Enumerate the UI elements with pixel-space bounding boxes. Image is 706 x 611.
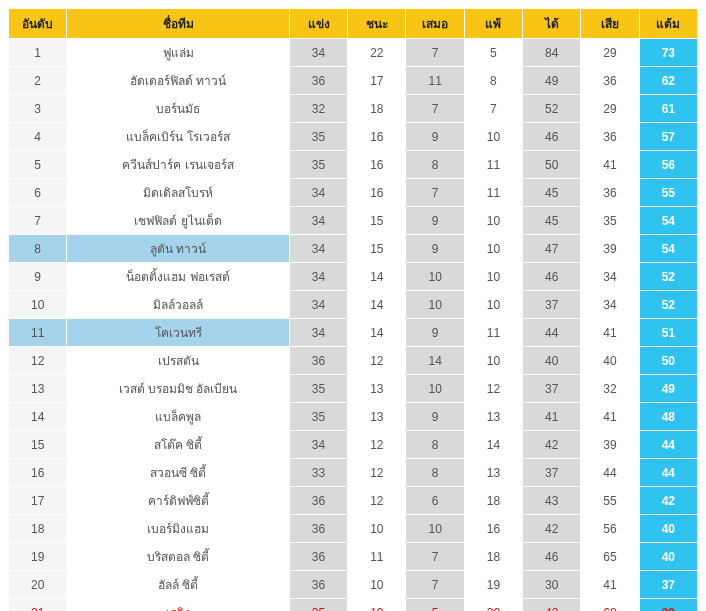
played-cell: 36 <box>289 67 347 95</box>
pts-cell: 54 <box>639 207 697 235</box>
table-row: 13เวสต์ บรอมมิช อัลเบียน35131012373249 <box>9 375 698 403</box>
lost-cell: 13 <box>464 459 522 487</box>
drawn-cell: 9 <box>406 319 464 347</box>
played-cell: 36 <box>289 515 347 543</box>
ga-cell: 36 <box>581 179 639 207</box>
drawn-cell: 5 <box>406 599 464 612</box>
rank-cell: 15 <box>9 431 67 459</box>
played-cell: 36 <box>289 543 347 571</box>
team-cell: โคเวนทรี <box>67 319 290 347</box>
drawn-cell: 6 <box>406 487 464 515</box>
drawn-cell: 7 <box>406 95 464 123</box>
lost-cell: 10 <box>464 123 522 151</box>
drawn-cell: 10 <box>406 515 464 543</box>
ga-cell: 41 <box>581 151 639 179</box>
gf-cell: 52 <box>523 95 581 123</box>
pts-cell: 73 <box>639 39 697 67</box>
gf-cell: 37 <box>523 459 581 487</box>
gf-cell: 42 <box>523 599 581 612</box>
drawn-cell: 7 <box>406 571 464 599</box>
rank-cell: 1 <box>9 39 67 67</box>
rank-cell: 2 <box>9 67 67 95</box>
team-cell: ฮัดเดอร์ฟิลด์ ทาวน์ <box>67 67 290 95</box>
rank-cell: 19 <box>9 543 67 571</box>
team-cell: แบล็คเบิร์น โรเวอร์ส <box>67 123 290 151</box>
standings-table: อันดับ ชื่อทีม แข่ง ชนะ เสมอ แพ้ ได้ เสี… <box>8 8 698 611</box>
rank-cell: 6 <box>9 179 67 207</box>
won-cell: 10 <box>348 571 406 599</box>
ga-cell: 34 <box>581 263 639 291</box>
team-cell: เวสต์ บรอมมิช อัลเบียน <box>67 375 290 403</box>
team-cell: บริสตอล ซิตี้ <box>67 543 290 571</box>
drawn-cell: 10 <box>406 263 464 291</box>
ga-cell: 55 <box>581 487 639 515</box>
team-cell: ลูตัน ทาวน์ <box>67 235 290 263</box>
played-cell: 32 <box>289 95 347 123</box>
lost-cell: 7 <box>464 95 522 123</box>
drawn-cell: 10 <box>406 375 464 403</box>
pts-cell: 29 <box>639 599 697 612</box>
ga-cell: 39 <box>581 431 639 459</box>
table-row: 21เรดิง3510520426829 <box>9 599 698 612</box>
won-cell: 14 <box>348 319 406 347</box>
gf-cell: 37 <box>523 375 581 403</box>
ga-cell: 41 <box>581 571 639 599</box>
won-cell: 14 <box>348 291 406 319</box>
pts-cell: 37 <box>639 571 697 599</box>
lost-cell: 14 <box>464 431 522 459</box>
team-cell: มิดเดิลสโบรห์ <box>67 179 290 207</box>
lost-cell: 13 <box>464 403 522 431</box>
table-row: 18เบอร์มิงแฮม36101016425640 <box>9 515 698 543</box>
won-cell: 14 <box>348 263 406 291</box>
table-row: 14แบล็คพูล3513913414148 <box>9 403 698 431</box>
won-cell: 12 <box>348 487 406 515</box>
gf-cell: 49 <box>523 67 581 95</box>
gf-cell: 50 <box>523 151 581 179</box>
pts-cell: 52 <box>639 263 697 291</box>
lost-cell: 20 <box>464 599 522 612</box>
lost-cell: 18 <box>464 543 522 571</box>
col-played-header: แข่ง <box>289 9 347 39</box>
team-cell: สโต๊ค ซิตี้ <box>67 431 290 459</box>
won-cell: 13 <box>348 375 406 403</box>
lost-cell: 11 <box>464 151 522 179</box>
rank-cell: 18 <box>9 515 67 543</box>
col-drawn-header: เสมอ <box>406 9 464 39</box>
header-row: อันดับ ชื่อทีม แข่ง ชนะ เสมอ แพ้ ได้ เสี… <box>9 9 698 39</box>
rank-cell: 5 <box>9 151 67 179</box>
drawn-cell: 14 <box>406 347 464 375</box>
team-cell: เรดิง <box>67 599 290 612</box>
table-row: 20ฮัลล์ ซิตี้3610719304137 <box>9 571 698 599</box>
won-cell: 16 <box>348 123 406 151</box>
lost-cell: 10 <box>464 235 522 263</box>
drawn-cell: 9 <box>406 207 464 235</box>
team-cell: เบอร์มิงแฮม <box>67 515 290 543</box>
won-cell: 10 <box>348 515 406 543</box>
table-row: 19บริสตอล ซิตี้3611718466540 <box>9 543 698 571</box>
table-row: 15สโต๊ค ซิตี้3412814423944 <box>9 431 698 459</box>
played-cell: 34 <box>289 291 347 319</box>
played-cell: 35 <box>289 599 347 612</box>
pts-cell: 61 <box>639 95 697 123</box>
lost-cell: 18 <box>464 487 522 515</box>
table-row: 5ควีนส์ปาร์ค เรนเจอร์ส3516811504156 <box>9 151 698 179</box>
gf-cell: 47 <box>523 235 581 263</box>
ga-cell: 32 <box>581 375 639 403</box>
rank-cell: 7 <box>9 207 67 235</box>
rank-cell: 16 <box>9 459 67 487</box>
team-cell: มิลล์วอลล์ <box>67 291 290 319</box>
ga-cell: 34 <box>581 291 639 319</box>
drawn-cell: 9 <box>406 403 464 431</box>
played-cell: 35 <box>289 403 347 431</box>
lost-cell: 8 <box>464 67 522 95</box>
ga-cell: 41 <box>581 403 639 431</box>
rank-cell: 17 <box>9 487 67 515</box>
gf-cell: 46 <box>523 123 581 151</box>
rank-cell: 8 <box>9 235 67 263</box>
ga-cell: 39 <box>581 235 639 263</box>
ga-cell: 36 <box>581 67 639 95</box>
col-won-header: ชนะ <box>348 9 406 39</box>
col-pts-header: แต้ม <box>639 9 697 39</box>
won-cell: 12 <box>348 347 406 375</box>
gf-cell: 41 <box>523 403 581 431</box>
